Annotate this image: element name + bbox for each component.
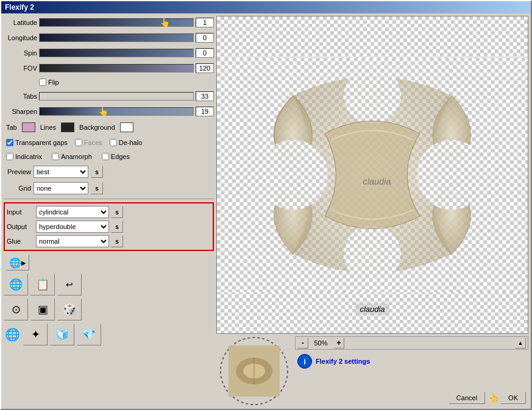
- cancel-button[interactable]: Cancel: [449, 392, 485, 404]
- watermark-text: claudia: [355, 303, 389, 315]
- preview-row: Preview best fast draft s: [4, 164, 214, 179]
- sharpen-value[interactable]: 19: [196, 107, 214, 116]
- preview-image-area: claudia claudia: [216, 16, 528, 334]
- glue-small-btn[interactable]: s: [111, 235, 123, 247]
- longitude-track[interactable]: [39, 34, 194, 42]
- transparent-gaps-group: Transparent gaps: [6, 139, 68, 146]
- preview-select[interactable]: best fast draft: [34, 166, 88, 178]
- play-btn-1[interactable]: 🌐 ▶: [6, 255, 29, 270]
- icon-btn-diamond[interactable]: 💎: [77, 323, 101, 345]
- latitude-row: Latitude 👆 1: [4, 16, 214, 29]
- flip-checkbox[interactable]: [39, 79, 46, 86]
- latitude-track[interactable]: 👆: [39, 18, 194, 27]
- icon-btn-copy[interactable]: 📋: [30, 274, 55, 295]
- svg-point-5: [258, 140, 328, 210]
- flip-label: Flip: [48, 79, 59, 86]
- svg-text:claudia: claudia: [363, 177, 391, 186]
- bottom-row: 🌐 ✦ 🧊 💎: [4, 323, 214, 345]
- edges-label: Edges: [111, 153, 130, 160]
- zoom-minus-btn[interactable]: -: [297, 338, 308, 348]
- icon-btn-undo[interactable]: ↩: [57, 274, 82, 295]
- latitude-value[interactable]: 1: [196, 18, 214, 27]
- checkbox-row-2: Indicatrix Anamorph Edges: [6, 150, 214, 163]
- play-area: 🌐 ▶: [6, 255, 214, 270]
- svg-point-8: [344, 225, 401, 283]
- longitude-thumb[interactable]: [113, 32, 124, 43]
- faces-checkbox[interactable]: [75, 139, 82, 146]
- edges-checkbox[interactable]: [102, 153, 109, 160]
- icon-btn-cube[interactable]: 🧊: [50, 323, 74, 345]
- faces-label: Faces: [84, 139, 102, 146]
- fov-track[interactable]: [39, 64, 194, 72]
- sharpen-track[interactable]: 👆: [39, 107, 194, 116]
- grid-label: Grid: [4, 185, 31, 192]
- spin-row: Spin 0: [4, 46, 214, 60]
- lines-color-swatch[interactable]: [61, 122, 74, 132]
- play-buttons: 🌐 ▶: [6, 255, 29, 270]
- tab-color-swatch[interactable]: [22, 122, 35, 132]
- info-button[interactable]: i: [297, 354, 312, 369]
- icon-btn-square[interactable]: ▣: [30, 299, 55, 320]
- fov-label: FOV: [4, 65, 37, 72]
- de-halo-label: De-halo: [119, 139, 143, 146]
- sharpen-thumb[interactable]: 👆: [98, 106, 109, 117]
- main-window: Flexify 2 Latitude 👆 1 Longitude: [0, 0, 532, 410]
- transparent-gaps-checkbox[interactable]: [6, 139, 13, 146]
- spin-track[interactable]: [39, 49, 194, 57]
- grid-select[interactable]: none lines dots: [34, 182, 88, 194]
- color-row: Tab Lines Background: [6, 122, 214, 132]
- left-panel: Latitude 👆 1 Longitude 0 Spin: [4, 16, 214, 406]
- side-info-panel: - 50% + ▲ i Flexify 2 settings C: [295, 336, 528, 406]
- right-panel: claudia claudia: [216, 16, 528, 406]
- tabs-track[interactable]: [39, 92, 194, 101]
- zoom-up-btn[interactable]: ▲: [515, 338, 526, 348]
- spin-value[interactable]: 0: [196, 48, 214, 58]
- ok-button[interactable]: OK: [500, 392, 526, 404]
- indicatrix-group: Indicatrix: [6, 153, 42, 160]
- anamorph-checkbox[interactable]: [52, 153, 59, 160]
- fov-value[interactable]: 120: [196, 63, 214, 73]
- window-title: Flexify 2: [5, 3, 34, 12]
- indicatrix-checkbox[interactable]: [6, 153, 13, 160]
- background-color-swatch[interactable]: [120, 122, 133, 132]
- grid-small-btn[interactable]: s: [91, 182, 103, 194]
- output-select[interactable]: hyperdouble spherical flat: [36, 221, 109, 233]
- background-color-label: Background: [79, 124, 115, 131]
- spin-thumb[interactable]: [113, 48, 124, 58]
- earth-icon: 🌐: [9, 257, 21, 269]
- glue-select[interactable]: normal tile mirror: [36, 235, 109, 247]
- sharpen-hand-icon: 👆: [98, 107, 108, 116]
- output-small-btn[interactable]: s: [111, 221, 123, 233]
- zoom-plus-btn[interactable]: +: [333, 338, 344, 348]
- input-row: Input cylindrical spherical flat s: [7, 205, 211, 219]
- input-select[interactable]: cylindrical spherical flat: [36, 206, 109, 218]
- de-halo-checkbox[interactable]: [110, 139, 117, 146]
- indicatrix-label: Indicatrix: [15, 153, 42, 160]
- sharpen-label: Sharpen: [4, 108, 37, 115]
- icon-btn-dice[interactable]: 🎲: [57, 299, 82, 320]
- svg-point-6: [417, 140, 486, 210]
- fov-row: FOV 120: [4, 62, 214, 75]
- settings-label-text: Flexify 2 settings: [316, 358, 370, 365]
- latitude-thumb[interactable]: 👆: [160, 17, 171, 28]
- preview-small-btn[interactable]: s: [91, 166, 103, 178]
- anamorph-group: Anamorph: [52, 153, 92, 160]
- tab-color-label: Tab: [6, 124, 17, 131]
- tabs-value[interactable]: 33: [196, 91, 214, 101]
- info-row: i Flexify 2 settings: [295, 352, 528, 371]
- input-small-btn[interactable]: s: [111, 206, 123, 218]
- anamorph-label: Anamorph: [61, 153, 92, 160]
- longitude-row: Longitude 0: [4, 31, 214, 44]
- title-bar: Flexify 2: [1, 1, 531, 13]
- thumbnail-svg: [216, 336, 293, 406]
- icon-btn-row-1: 🌐 📋 ↩: [4, 274, 214, 295]
- fov-thumb[interactable]: [122, 63, 133, 74]
- action-buttons: Cancel 👆 OK: [295, 389, 528, 406]
- glue-label: Glue: [7, 238, 34, 245]
- globe-btn[interactable]: 🌐: [4, 326, 21, 343]
- icon-btn-star[interactable]: ✦: [23, 323, 48, 345]
- icon-btn-circle[interactable]: ⊙: [4, 299, 28, 320]
- icon-btn-globe[interactable]: 🌐: [4, 274, 28, 295]
- longitude-value[interactable]: 0: [196, 33, 214, 43]
- de-halo-group: De-halo: [110, 139, 143, 146]
